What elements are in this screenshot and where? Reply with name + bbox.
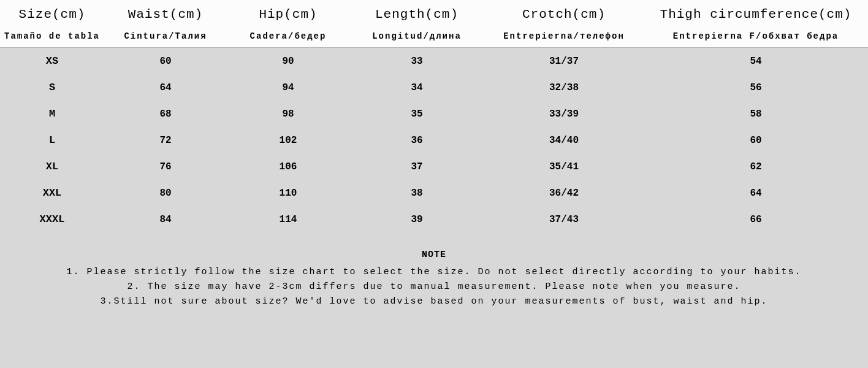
header-waist: Waist(cm) [104,7,227,21]
note-title: NOTE [12,250,856,260]
cell-hip: 114 [227,214,349,225]
cell-size: XL [0,161,104,172]
table-row: XXL 80 110 38 36/42 64 [0,180,868,206]
cell-length: 38 [349,188,484,199]
note-line-1: 1. Please strictly follow the size chart… [12,265,856,280]
cell-waist: 72 [104,135,227,146]
table-row: L 72 102 36 34/40 60 [0,127,868,153]
cell-hip: 90 [227,56,349,67]
cell-length: 35 [349,109,484,120]
header-crotch: Crotch(cm) [484,7,644,21]
table-row: M 68 98 35 33/39 58 [0,101,868,127]
subheader-hip: Cadera/бедер [227,31,349,41]
cell-length: 33 [349,56,484,67]
cell-waist: 60 [104,56,227,67]
cell-crotch: 31/37 [484,56,644,67]
header-size: Size(cm) [0,7,104,21]
cell-length: 34 [349,82,484,93]
table-row: XL 76 106 37 35/41 62 [0,153,868,180]
cell-thigh: 60 [644,135,868,146]
cell-length: 39 [349,214,484,225]
cell-hip: 102 [227,135,349,146]
subheader-row: Tamaño de tabla Cintura/Талия Cadera/бед… [0,28,868,48]
cell-size: S [0,82,104,93]
cell-size: XXXL [0,213,104,225]
header-hip: Hip(cm) [227,7,349,21]
cell-hip: 106 [227,161,349,172]
cell-thigh: 58 [644,109,868,120]
cell-crotch: 32/38 [484,82,644,93]
cell-length: 37 [349,161,484,172]
cell-waist: 80 [104,188,227,199]
cell-thigh: 62 [644,161,868,172]
subheader-waist: Cintura/Талия [104,31,227,41]
size-chart: Size(cm) Waist(cm) Hip(cm) Length(cm) Cr… [0,0,868,309]
header-length: Length(cm) [349,7,484,21]
subheader-size: Tamaño de tabla [0,31,104,41]
cell-thigh: 54 [644,56,868,67]
cell-length: 36 [349,135,484,146]
cell-hip: 94 [227,82,349,93]
cell-waist: 84 [104,214,227,225]
cell-hip: 98 [227,109,349,120]
subheader-thigh: Entrepierna F/обхват бедра [644,31,868,41]
cell-crotch: 35/41 [484,161,644,172]
cell-thigh: 56 [644,82,868,93]
cell-waist: 64 [104,82,227,93]
table-row: XXXL 84 114 39 37/43 66 [0,206,868,232]
subheader-crotch: Entrepierna/телефон [484,31,644,41]
note-line-3: 3.Still not sure about size? We'd love t… [12,294,856,309]
cell-size: XXL [0,187,104,199]
subheader-length: Longitud/длина [349,31,484,41]
table-row: XS 60 90 33 31/37 54 [0,48,868,74]
cell-size: L [0,134,104,146]
cell-crotch: 37/43 [484,214,644,225]
cell-size: XS [0,55,104,67]
cell-crotch: 33/39 [484,109,644,120]
cell-size: M [0,108,104,120]
cell-crotch: 34/40 [484,135,644,146]
note-line-2: 2. The size may have 2-3cm differs due t… [12,280,856,294]
cell-crotch: 36/42 [484,188,644,199]
cell-thigh: 64 [644,188,868,199]
header-thigh: Thigh circumference(cm) [644,7,868,21]
cell-waist: 76 [104,161,227,172]
cell-hip: 110 [227,188,349,199]
header-row: Size(cm) Waist(cm) Hip(cm) Length(cm) Cr… [0,0,868,28]
cell-thigh: 66 [644,214,868,225]
notes-section: NOTE 1. Please strictly follow the size … [0,250,868,309]
cell-waist: 68 [104,109,227,120]
table-row: S 64 94 34 32/38 56 [0,74,868,101]
